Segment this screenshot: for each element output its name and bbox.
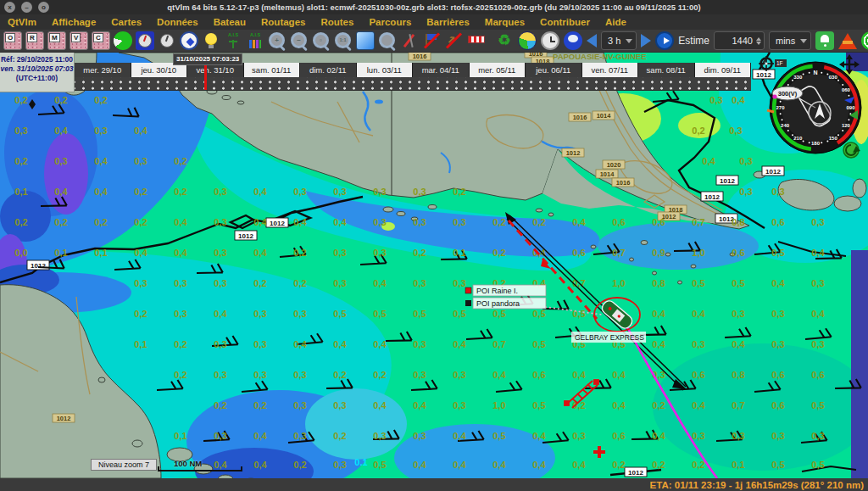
speed-label: 0,4	[293, 217, 307, 227]
ais-targets-icon[interactable]: A.I.S	[224, 31, 242, 50]
speed-label: 0,2	[54, 95, 67, 105]
compass-tool-icon[interactable]	[180, 31, 198, 50]
speed-label: 0,3	[14, 126, 27, 136]
tips-icon[interactable]	[202, 31, 220, 50]
windsock-icon[interactable]	[466, 31, 485, 50]
menu-item-aide[interactable]: Aide	[598, 17, 634, 27]
map-canvas[interactable]: 1016101810161014101210201014101610181012…	[0, 53, 868, 478]
estime-interval-input[interactable]: 1440	[714, 31, 765, 50]
spinner-arrows[interactable]	[756, 37, 761, 45]
search-icon[interactable]	[378, 31, 397, 50]
speed-label: 0,3	[373, 187, 386, 197]
menu-item-barrires[interactable]: Barrières	[419, 17, 477, 27]
speed-label: 0,4	[811, 248, 825, 258]
warning-triangle-icon[interactable]	[838, 33, 857, 49]
speed-label: 0,2	[174, 339, 186, 349]
region-name-label: PAPOUASIE-NV-GUINEE	[553, 53, 647, 61]
time-step-select[interactable]: 3 h	[601, 31, 637, 50]
play-animation-button[interactable]	[655, 31, 674, 50]
speed-label: 0,6	[532, 370, 545, 380]
chart-v-icon[interactable]: V	[70, 31, 88, 50]
timeline-day-cell[interactable]: mer. 05/11	[470, 63, 526, 77]
timeline-day-cell[interactable]: dim. 09/11	[695, 63, 752, 77]
chart-m-icon[interactable]: M	[47, 31, 66, 50]
minimize-icon[interactable]: –	[21, 2, 32, 13]
next-step-button[interactable]	[641, 34, 651, 47]
grib-icon[interactable]	[114, 31, 132, 50]
speed-label: 0,3	[729, 126, 742, 136]
close-icon[interactable]: x	[4, 2, 15, 13]
estime-unit-select[interactable]: mins	[769, 31, 811, 50]
timeline-day-cell[interactable]: jeu. 06/11	[526, 63, 582, 77]
earth-icon[interactable]	[518, 31, 537, 50]
svg-text:1012: 1012	[720, 177, 735, 185]
speed-label: 0,4	[532, 460, 546, 470]
zoom-out-icon[interactable]: −	[290, 31, 309, 50]
estime-arrow-icon[interactable]	[444, 31, 463, 50]
zoom-select-icon[interactable]: ▫	[312, 31, 331, 50]
timeline-day-cell[interactable]: dim. 02/11	[300, 63, 357, 77]
timeline-day-cell[interactable]: lun. 03/11	[357, 63, 414, 77]
timeline-slider[interactable]	[75, 77, 751, 91]
measure-icon[interactable]	[400, 31, 419, 50]
menu-item-contribuer[interactable]: Contribuer	[532, 17, 598, 27]
speed-label: 0,2	[492, 248, 505, 258]
previous-step-button[interactable]	[587, 34, 597, 47]
timeline-day-cell[interactable]: sam. 01/11	[244, 63, 301, 77]
menu-item-routages[interactable]: Routages	[253, 17, 313, 27]
timeline-day-cell[interactable]: mer. 29/10	[75, 63, 131, 77]
clock-icon[interactable]	[541, 31, 559, 50]
menu-item-routes[interactable]: Routes	[313, 17, 361, 27]
timeline-day-cell[interactable]: mar. 04/11	[413, 63, 470, 77]
globe-icon[interactable]	[564, 31, 582, 50]
reload-grib-icon[interactable]: ♻	[495, 31, 514, 50]
zoom-level-label: Niveau zoom 7	[91, 459, 157, 471]
timeline-day-cell[interactable]: ven. 07/11	[582, 63, 639, 77]
menu-item-cartes[interactable]: Cartes	[103, 17, 149, 27]
speed-label: 0,4	[692, 400, 705, 410]
menu-item-affichage[interactable]: Affichage	[44, 17, 103, 27]
menu-item-donnes[interactable]: Données	[149, 17, 206, 27]
speed-label: 0,7	[492, 339, 505, 349]
speed-label: 0,7	[612, 248, 625, 258]
meteogram-icon[interactable]	[136, 31, 154, 50]
flag-icon[interactable]	[422, 31, 441, 50]
zoom-default-icon[interactable]: 1:1	[334, 31, 353, 50]
toolbar-left-icons: ORMVCA.I.SA.I.S+−▫1:1	[3, 31, 485, 50]
alarm-bell-button[interactable]	[815, 31, 834, 50]
compass-tick-label: 210	[793, 136, 803, 141]
speed-label: 0,3	[134, 278, 147, 288]
timeline-day-cell[interactable]: sam. 08/11	[638, 63, 695, 77]
menu-item-qtvlm[interactable]: QtVlm	[0, 17, 44, 27]
current-marker-icon	[767, 110, 774, 112]
ais-list-icon[interactable]: A.I.S	[246, 31, 264, 50]
speed-label: 0,2	[453, 187, 465, 197]
speed-label: 0,3	[253, 309, 266, 319]
speed-label: 0,3	[811, 431, 824, 441]
chart-o-icon[interactable]: O	[3, 31, 22, 50]
instruments-icon[interactable]	[158, 31, 176, 50]
grib-zone-icon[interactable]	[356, 31, 375, 50]
window-controls[interactable]: x – o	[4, 2, 49, 13]
menu-item-bateau[interactable]: Bateau	[206, 17, 253, 27]
speed-label: 0,4	[453, 460, 466, 470]
speed-label: 0,5	[333, 309, 346, 319]
speed-label: 0,4	[134, 126, 147, 136]
speed-label: 0,5	[492, 431, 505, 441]
speed-label: 0,2	[492, 217, 505, 227]
speed-label: 0,4	[333, 339, 347, 349]
speed-label: 0,4	[572, 460, 586, 470]
menu-item-marques[interactable]: Marques	[477, 17, 532, 27]
menu-item-parcours[interactable]: Parcours	[361, 17, 419, 27]
target-rings-icon[interactable]	[861, 31, 868, 50]
speed-label: 0,4	[572, 217, 586, 227]
speed-label: 0,8	[732, 217, 744, 227]
zoom-in-icon[interactable]: +	[268, 31, 287, 50]
speed-label: 0,4	[413, 460, 426, 470]
speed-label: 0,4	[492, 370, 506, 380]
speed-label: 0,2	[54, 217, 67, 227]
speed-label: 0,3	[214, 187, 226, 197]
chart-c-icon[interactable]: C	[92, 31, 110, 50]
maximize-icon[interactable]: o	[38, 2, 49, 13]
chart-r-icon[interactable]: R	[25, 31, 44, 50]
